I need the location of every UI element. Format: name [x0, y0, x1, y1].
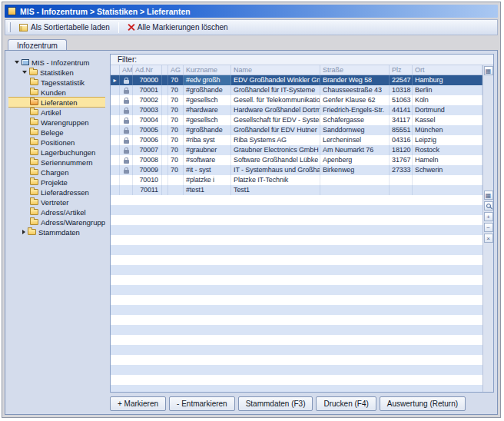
expand-toggle-icon[interactable] — [22, 230, 25, 234]
computer-icon — [22, 59, 29, 65]
tree-item-artikel[interactable]: Artikel — [8, 108, 105, 117]
mark-button[interactable]: + Markieren — [110, 396, 166, 411]
unmark-button[interactable]: - Entmarkieren — [169, 396, 235, 411]
tree-item-adress-warengruppen[interactable]: Adress/Warengruppen — [8, 217, 105, 227]
column-header-blank-0[interactable] — [111, 65, 120, 75]
cell-ad_nr: 70001 — [133, 85, 162, 95]
cell-strasse: Brander Weg 58 — [320, 75, 390, 85]
expand-toggle-icon[interactable] — [15, 61, 19, 64]
tree-item-projekte[interactable]: Projekte — [8, 177, 105, 187]
tree-item-lieferanten[interactable]: Lieferanten — [8, 98, 105, 107]
cell-name: Graubner Electronics GmbH — [231, 145, 320, 155]
cell-plz: 22547 — [390, 75, 413, 85]
folder-icon — [30, 159, 38, 165]
print-button[interactable]: Drucken (F4) — [316, 396, 376, 411]
cell-strasse: Genfer Klause 62 — [320, 95, 390, 105]
cell-ag: 70 — [168, 145, 184, 155]
row-indicator — [111, 145, 120, 155]
cell-am — [120, 175, 133, 185]
expand-toggle-icon[interactable] — [22, 71, 27, 74]
zoom-out-button[interactable]: − — [484, 223, 493, 232]
evaluate-button[interactable]: Auswertung (Return) — [380, 396, 466, 411]
tree-item-adress-artikel[interactable]: Adress/Artikel — [8, 207, 105, 217]
column-header-kurzname[interactable]: Kurzname — [184, 65, 231, 75]
tree-item-warengruppen[interactable]: Warengruppen — [8, 118, 105, 127]
cell-ag: 70 — [168, 165, 184, 175]
toolbar-grip-handle[interactable] — [8, 22, 11, 32]
title-bar[interactable]: MIS - Infozentrum > Statistiken > Liefer… — [5, 5, 498, 18]
tree-item-seriennummern[interactable]: Seriennummern — [8, 157, 105, 167]
table-row[interactable]: 7000270#gesellschGesell. für Telekommuni… — [111, 95, 482, 105]
table-row[interactable]: 7000370#hardwareHardware Großhandel Dort… — [111, 105, 482, 115]
table-row[interactable]: 7000170#großhandeGroßhandel für IT-Syste… — [111, 85, 482, 95]
cell-ort: Hamburg — [413, 75, 482, 85]
clear-filter-button[interactable]: × — [484, 234, 493, 243]
filter-row[interactable]: Filter: — [111, 55, 493, 65]
table-row[interactable]: 7000470#gesellschGesellschaft für EDV - … — [111, 115, 482, 125]
folder-icon — [30, 129, 38, 135]
tree-item-positionen[interactable]: Positionen — [8, 138, 105, 147]
filter-label: Filter: — [118, 55, 137, 64]
tree-root-mis-infozentrum[interactable]: MIS - Infozentrum — [8, 58, 105, 67]
folder-icon — [29, 69, 38, 75]
cell-name: Großhandel für IT-Systeme — [231, 85, 320, 95]
table-row[interactable]: 7000870#softwareSoftware Großhandel Lübk… — [111, 155, 482, 165]
table-row-empty — [111, 205, 482, 215]
search-button[interactable] — [484, 201, 493, 210]
table-row[interactable]: ▸7000070#edv großhEDV Großhandel Winkler… — [111, 75, 482, 85]
cell-strasse: Sanddornweg — [320, 125, 390, 135]
column-header-blank-3[interactable] — [162, 65, 168, 75]
table-row[interactable]: 7000670#riba systRiba Systems AGLercheni… — [111, 135, 482, 145]
table-row[interactable]: 7000570#großhandeGroßhandel für EDV Hutn… — [111, 125, 482, 135]
table-row-empty — [111, 225, 482, 235]
zoom-in-button[interactable]: + — [484, 212, 493, 221]
column-header-name[interactable]: Name — [231, 65, 320, 75]
action-bar: + Markieren- EntmarkierenStammdaten (F3)… — [110, 396, 494, 411]
plus-icon: + — [486, 214, 490, 220]
load-sort-table-button[interactable]: Als Sortiertabelle laden — [14, 21, 115, 34]
close-icon: × — [486, 235, 490, 242]
cell-plz: 10318 — [390, 85, 413, 95]
column-header-ort[interactable]: Ort — [413, 65, 482, 75]
tree-item-label: Tagesstatistik — [41, 78, 85, 87]
table-row-empty — [111, 385, 482, 392]
tree-item-label: Adress/Artikel — [41, 208, 86, 217]
table-row[interactable]: 70010#platzke iPlatzke IT-Technik — [111, 175, 482, 185]
tree-item-tagesstatistik[interactable]: Tagesstatistik — [8, 78, 105, 87]
cell-am — [120, 105, 133, 115]
cell-kurzname: #software — [184, 155, 231, 165]
grid-rows: ▸7000070#edv großhEDV Großhandel Winkler… — [111, 75, 482, 392]
lock-icon — [124, 90, 129, 94]
tree-item-belege[interactable]: Belege — [8, 128, 105, 137]
tree-branch-stammdaten[interactable]: Stammdaten — [8, 227, 105, 237]
column-header-am[interactable]: AM — [120, 65, 133, 75]
table-row[interactable]: 7000770#graubnerGraubner Electronics Gmb… — [111, 145, 482, 155]
table-row-empty — [111, 325, 482, 335]
column-header-plz[interactable]: Plz — [390, 65, 413, 75]
cell-name: Riba Systems AG — [231, 135, 320, 145]
row-indicator — [111, 125, 120, 135]
column-header-ag[interactable]: AG — [168, 65, 184, 75]
tree-item-label: Adress/Warengruppen — [41, 218, 105, 227]
cell-am — [120, 75, 133, 85]
tree-item-chargen[interactable]: Chargen — [8, 167, 105, 177]
folder-icon — [30, 189, 38, 195]
cell-am — [120, 135, 133, 145]
column-header-ad-nr[interactable]: Ad.Nr — [133, 65, 162, 75]
clear-marks-button[interactable]: Alle Markierungen löschen — [122, 21, 234, 34]
tree-branch-statistiken[interactable]: Statistiken — [8, 68, 105, 77]
column-header-stra-e[interactable]: Straße — [320, 65, 390, 75]
cell-spacer — [162, 145, 168, 155]
stammdaten-button[interactable]: Stammdaten (F3) — [238, 396, 313, 411]
tree-item-kunden[interactable]: Kunden — [8, 88, 105, 97]
column-chooser-button[interactable]: ▦ — [484, 66, 493, 75]
lock-icon — [124, 140, 129, 144]
table-row[interactable]: 70011#test1Test1 — [111, 185, 482, 195]
grid-view-button[interactable]: ▦ — [484, 191, 493, 200]
tree-item-lieferadressen[interactable]: Lieferadressen — [8, 187, 105, 197]
cell-ort: Berlin — [413, 85, 482, 95]
folder-icon — [30, 89, 38, 95]
table-row[interactable]: 7000970#it - systIT - Systemhaus und Gro… — [111, 165, 482, 175]
tree-item-lagerbuchungen[interactable]: Lagerbuchungen — [8, 148, 105, 157]
tree-item-vertreter[interactable]: Vertreter — [8, 197, 105, 207]
